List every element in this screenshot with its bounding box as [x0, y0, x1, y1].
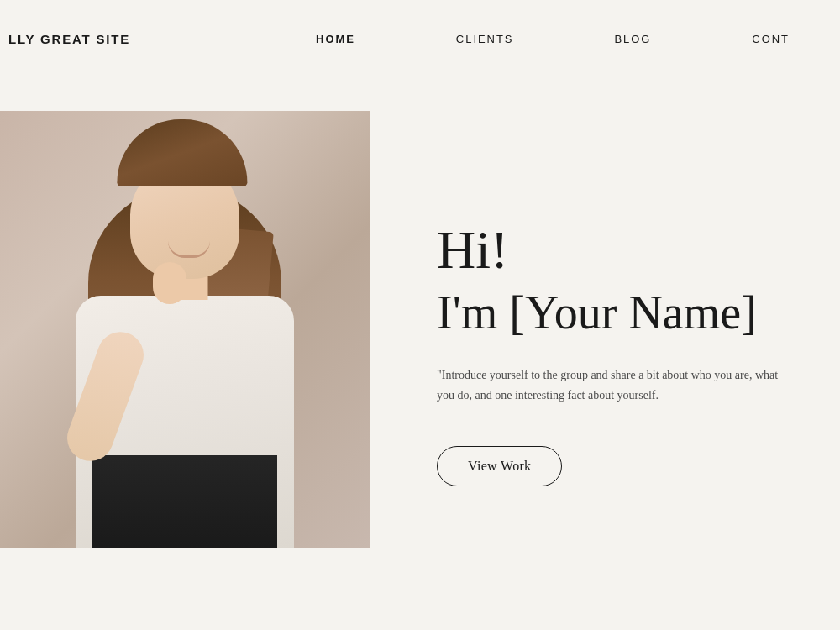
nav-link-clients[interactable]: CLIENTS: [406, 33, 564, 45]
person-illustration: [50, 119, 319, 548]
hero-image-container: [0, 111, 370, 630]
nav-link-contact[interactable]: CONT: [701, 33, 840, 45]
nav-links: HOME CLIENTS BLOG CONT: [265, 33, 840, 45]
hero-description: "Introduce yourself to the group and sha…: [437, 365, 790, 406]
navigation: LLY GREAT SITE HOME CLIENTS BLOG CONT: [0, 0, 840, 77]
main-content: Hi! I'm [Your Name] "Introduce yourself …: [0, 77, 840, 630]
hero-greeting: Hi!: [437, 221, 790, 280]
nav-link-blog[interactable]: BLOG: [564, 33, 701, 45]
view-work-button[interactable]: View Work: [437, 446, 562, 486]
hero-image: [0, 111, 370, 548]
image-shadow: [25, 613, 244, 630]
nav-link-home[interactable]: HOME: [265, 33, 406, 45]
site-logo[interactable]: LLY GREAT SITE: [0, 32, 130, 46]
hero-name: I'm [Your Name]: [437, 287, 790, 339]
hero-text-container: Hi! I'm [Your Name] "Introduce yourself …: [370, 77, 840, 630]
